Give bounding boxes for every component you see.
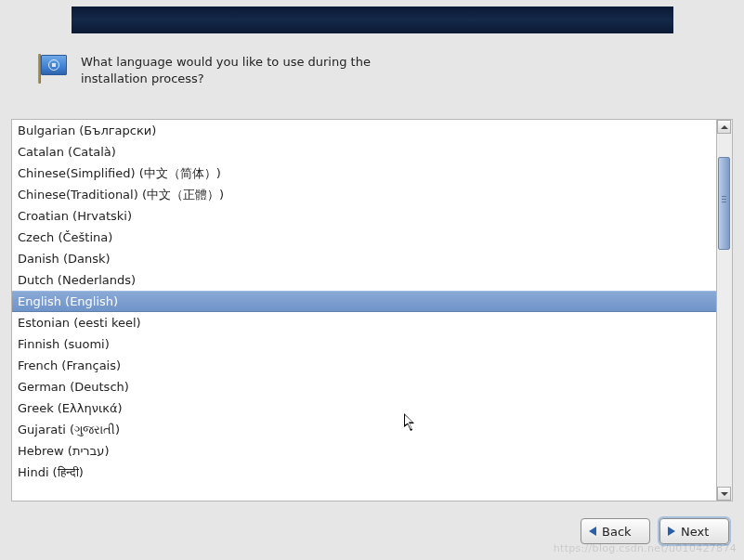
language-option[interactable]: English (English): [12, 291, 716, 312]
back-button[interactable]: Back: [581, 518, 650, 544]
language-option[interactable]: German (Deutsch): [12, 376, 716, 397]
language-option[interactable]: Gujarati (ગુજરાતી): [12, 419, 716, 440]
language-option[interactable]: French (Français): [12, 355, 716, 376]
language-option[interactable]: Bulgarian (Български): [12, 120, 716, 141]
language-option[interactable]: Greek (Ελληνικά): [12, 397, 716, 419]
language-option[interactable]: Chinese(Simplified) (中文（简体）): [12, 163, 716, 184]
prompt-row: What language would you like to use duri…: [36, 54, 378, 86]
watermark: https://blog.csdn.net/u010427874: [554, 542, 737, 554]
next-button-label: Next: [681, 525, 709, 539]
next-button[interactable]: Next: [659, 518, 729, 544]
language-option[interactable]: Catalan (Català): [12, 141, 716, 163]
language-option[interactable]: Czech (Čeština): [12, 227, 716, 248]
language-option[interactable]: Dutch (Nederlands): [12, 269, 716, 291]
un-flag-icon: [36, 54, 70, 84]
language-option[interactable]: Croatian (Hrvatski): [12, 205, 716, 227]
scroll-up-button[interactable]: [717, 120, 731, 134]
language-option[interactable]: Finnish (suomi): [12, 333, 716, 355]
language-option[interactable]: Danish (Dansk): [12, 248, 716, 269]
language-option[interactable]: Hindi (हिन्दी): [12, 462, 716, 483]
scroll-down-button[interactable]: [717, 487, 731, 501]
language-option[interactable]: Chinese(Traditional) (中文（正體）): [12, 184, 716, 205]
prompt-text: What language would you like to use duri…: [81, 54, 378, 86]
language-option[interactable]: Estonian (eesti keel): [12, 312, 716, 333]
scrollbar[interactable]: [717, 119, 733, 501]
button-row: Back Next: [581, 518, 729, 544]
language-option[interactable]: Hebrew (עברית): [12, 440, 716, 462]
header-banner: [72, 7, 673, 33]
language-list[interactable]: Bulgarian (Български)Catalan (Català)Chi…: [11, 119, 717, 501]
scroll-thumb[interactable]: [718, 157, 730, 250]
language-list-container: Bulgarian (Български)Catalan (Català)Chi…: [11, 119, 733, 501]
arrow-left-icon: [589, 527, 596, 536]
arrow-right-icon: [668, 527, 675, 536]
back-button-label: Back: [602, 525, 632, 539]
